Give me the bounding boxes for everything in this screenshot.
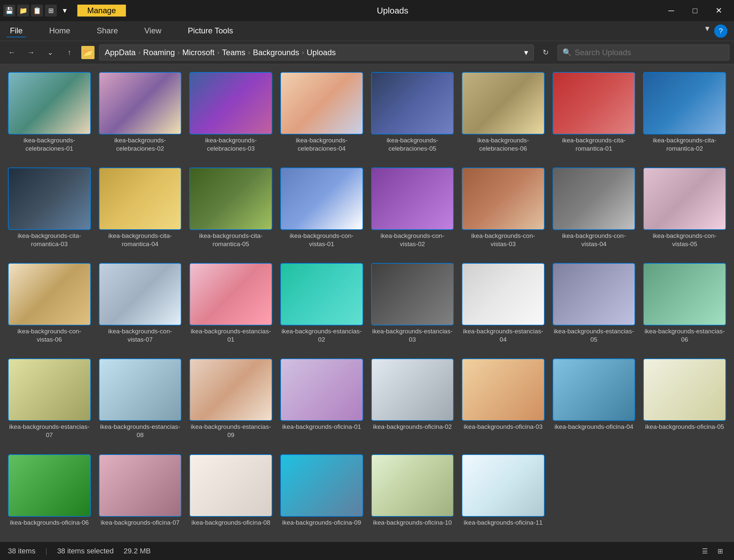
list-item[interactable]: ikea-backgrounds-con-vistas-04 bbox=[551, 166, 637, 256]
file-label: ikea-backgrounds-oficina-04 bbox=[555, 423, 634, 431]
list-item[interactable]: ikea-backgrounds-estancias-06 bbox=[642, 262, 727, 352]
manage-tab[interactable]: Manage bbox=[77, 5, 126, 17]
list-item[interactable]: ikea-backgrounds-estancias-02 bbox=[279, 262, 365, 352]
list-item[interactable]: ikea-backgrounds-con-vistas-06 bbox=[7, 262, 92, 352]
list-item[interactable]: ikea-backgrounds-oficina-08 bbox=[188, 453, 274, 535]
list-item[interactable]: ikea-backgrounds-oficina-02 bbox=[370, 357, 455, 447]
thumbnail-image bbox=[99, 264, 181, 325]
list-item[interactable]: ikea-backgrounds-celebraciones-01 bbox=[7, 71, 92, 161]
tab-home[interactable]: Home bbox=[46, 25, 74, 37]
address-bar: ← → ⌄ ↑ 📂 AppData › Roaming › Microsoft … bbox=[0, 41, 734, 64]
file-label: ikea-backgrounds-oficina-07 bbox=[101, 519, 180, 527]
list-item[interactable]: ikea-backgrounds-celebraciones-04 bbox=[279, 71, 365, 161]
recent-locations-button[interactable]: ⌄ bbox=[43, 45, 58, 60]
path-roaming: Roaming bbox=[143, 48, 175, 57]
thumbnail-image bbox=[99, 359, 181, 420]
list-item[interactable]: ikea-backgrounds-oficina-03 bbox=[460, 357, 546, 447]
search-icon: 🔍 bbox=[562, 48, 571, 57]
list-item[interactable]: ikea-backgrounds-oficina-05 bbox=[642, 357, 727, 447]
list-item[interactable]: ikea-backgrounds-estancias-05 bbox=[551, 262, 637, 352]
list-item[interactable]: ikea-backgrounds-cita-romantica-04 bbox=[97, 166, 183, 256]
forward-button[interactable]: → bbox=[24, 45, 38, 60]
minimize-button[interactable]: ─ bbox=[659, 0, 683, 21]
status-bar: 38 items | 38 items selected 29.2 MB ☰ ⊞ bbox=[0, 541, 734, 560]
thumbnail-image bbox=[644, 73, 725, 134]
refresh-button[interactable]: ↻ bbox=[538, 45, 553, 60]
address-path[interactable]: AppData › Roaming › Microsoft › Teams › … bbox=[99, 45, 534, 60]
thumbnail-image bbox=[372, 168, 453, 229]
large-icons-view-button[interactable]: ⊞ bbox=[714, 545, 726, 557]
list-item[interactable]: ikea-backgrounds-con-vistas-01 bbox=[279, 166, 365, 256]
list-item[interactable]: ikea-backgrounds-cita-romantica-02 bbox=[642, 71, 727, 161]
collapse-ribbon-button[interactable]: ▼ bbox=[704, 24, 711, 38]
list-item[interactable]: ikea-backgrounds-oficina-10 bbox=[370, 453, 455, 535]
back-button[interactable]: ← bbox=[5, 45, 19, 60]
list-item[interactable]: ikea-backgrounds-con-vistas-07 bbox=[97, 262, 183, 352]
list-item[interactable]: ikea-backgrounds-estancias-08 bbox=[97, 357, 183, 447]
list-item[interactable]: ikea-backgrounds-estancias-07 bbox=[7, 357, 92, 447]
file-label: ikea-backgrounds-celebraciones-03 bbox=[190, 136, 272, 153]
list-item[interactable]: ikea-backgrounds-oficina-01 bbox=[279, 357, 365, 447]
list-item[interactable]: ikea-backgrounds-con-vistas-02 bbox=[370, 166, 455, 256]
tab-view[interactable]: View bbox=[141, 25, 165, 37]
file-label: ikea-backgrounds-oficina-03 bbox=[464, 423, 543, 431]
help-button[interactable]: ? bbox=[714, 24, 727, 38]
tab-share[interactable]: Share bbox=[94, 25, 121, 37]
details-view-button[interactable]: ☰ bbox=[699, 545, 711, 557]
list-item[interactable]: ikea-backgrounds-estancias-04 bbox=[460, 262, 546, 352]
view-icon[interactable]: ⊞ bbox=[45, 5, 57, 17]
list-item[interactable]: ikea-backgrounds-cita-romantica-03 bbox=[7, 166, 92, 256]
save-icon[interactable]: 💾 bbox=[3, 5, 15, 17]
thumbnail-image bbox=[9, 455, 90, 516]
thumbnail-image bbox=[281, 264, 363, 325]
list-item[interactable]: ikea-backgrounds-estancias-01 bbox=[188, 262, 274, 352]
list-item[interactable]: ikea-backgrounds-celebraciones-03 bbox=[188, 71, 274, 161]
file-label: ikea-backgrounds-estancias-02 bbox=[281, 327, 363, 344]
list-item[interactable]: ikea-backgrounds-cita-romantica-05 bbox=[188, 166, 274, 256]
list-item[interactable]: ikea-backgrounds-celebraciones-06 bbox=[460, 71, 546, 161]
close-button[interactable]: ✕ bbox=[707, 0, 731, 21]
properties-icon[interactable]: 📋 bbox=[31, 5, 43, 17]
list-item[interactable]: ikea-backgrounds-oficina-09 bbox=[279, 453, 365, 535]
search-box[interactable]: 🔍 bbox=[558, 45, 729, 60]
file-label: ikea-backgrounds-con-vistas-03 bbox=[462, 232, 544, 248]
tab-file[interactable]: File bbox=[7, 25, 26, 37]
customize-icon[interactable]: ▼ bbox=[59, 5, 71, 17]
maximize-button[interactable]: □ bbox=[683, 0, 707, 21]
list-item[interactable]: ikea-backgrounds-oficina-06 bbox=[7, 453, 92, 535]
file-label: ikea-backgrounds-estancias-04 bbox=[462, 327, 544, 344]
file-label: ikea-backgrounds-estancias-06 bbox=[644, 327, 725, 344]
thumbnail-image bbox=[462, 359, 544, 420]
thumbnail-image bbox=[644, 264, 725, 325]
file-label: ikea-backgrounds-oficina-01 bbox=[282, 423, 361, 431]
thumbnail-image bbox=[190, 168, 272, 229]
file-label: ikea-backgrounds-celebraciones-06 bbox=[462, 136, 544, 153]
list-item[interactable]: ikea-backgrounds-oficina-11 bbox=[460, 453, 546, 535]
file-label: ikea-backgrounds-cita-romantica-05 bbox=[190, 232, 272, 248]
list-item[interactable]: ikea-backgrounds-celebraciones-02 bbox=[97, 71, 183, 161]
path-dropdown-icon[interactable]: ▾ bbox=[524, 48, 528, 57]
thumbnail-image bbox=[9, 264, 90, 325]
list-item[interactable]: ikea-backgrounds-celebraciones-05 bbox=[370, 71, 455, 161]
tab-picture-tools[interactable]: Picture Tools bbox=[184, 25, 236, 37]
list-item[interactable]: ikea-backgrounds-cita-romantica-01 bbox=[551, 71, 637, 161]
new-folder-icon[interactable]: 📁 bbox=[17, 5, 29, 17]
list-item[interactable]: ikea-backgrounds-con-vistas-05 bbox=[642, 166, 727, 256]
list-item[interactable]: ikea-backgrounds-oficina-07 bbox=[97, 453, 183, 535]
list-item[interactable]: ikea-backgrounds-con-vistas-03 bbox=[460, 166, 546, 256]
path-appdata: AppData bbox=[105, 48, 135, 57]
file-label: ikea-backgrounds-con-vistas-07 bbox=[99, 327, 181, 344]
thumbnail-image bbox=[190, 359, 272, 420]
list-item[interactable]: ikea-backgrounds-oficina-04 bbox=[551, 357, 637, 447]
file-label: ikea-backgrounds-oficina-06 bbox=[10, 519, 89, 527]
thumbnail-image bbox=[553, 73, 635, 134]
thumbnail-image bbox=[281, 455, 363, 516]
thumbnail-image bbox=[190, 73, 272, 134]
list-item[interactable]: ikea-backgrounds-estancias-09 bbox=[188, 357, 274, 447]
search-input[interactable] bbox=[575, 48, 724, 57]
up-button[interactable]: ↑ bbox=[62, 45, 77, 60]
file-label: ikea-backgrounds-con-vistas-01 bbox=[281, 232, 363, 248]
selected-count: 38 items selected bbox=[57, 547, 114, 555]
list-item[interactable]: ikea-backgrounds-estancias-03 bbox=[370, 262, 455, 352]
thumbnail-image bbox=[462, 73, 544, 134]
